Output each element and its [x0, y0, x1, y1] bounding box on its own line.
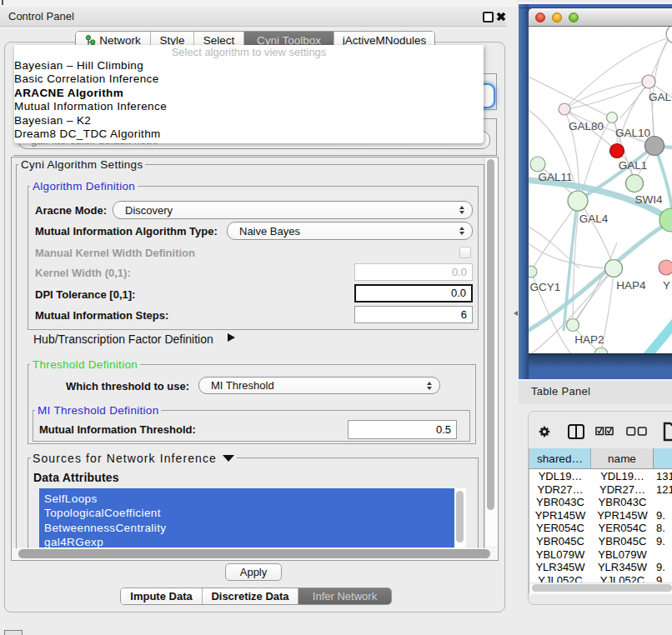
svg-text:GAL7: GAL7 — [649, 91, 672, 103]
svg-text:SWI4: SWI4 — [634, 193, 662, 206]
svg-text:HAP4: HAP4 — [616, 279, 646, 292]
svg-text:GAL1: GAL1 — [619, 159, 648, 172]
svg-text:Y: Y — [663, 279, 670, 292]
svg-text:GCY1: GCY1 — [530, 281, 561, 293]
svg-text:GAL4: GAL4 — [579, 212, 609, 225]
svg-text:GAL80: GAL80 — [569, 120, 604, 132]
svg-text:GAL10: GAL10 — [615, 127, 650, 139]
svg-text:HAP2: HAP2 — [574, 333, 604, 346]
svg-text:GAL11: GAL11 — [538, 171, 572, 183]
